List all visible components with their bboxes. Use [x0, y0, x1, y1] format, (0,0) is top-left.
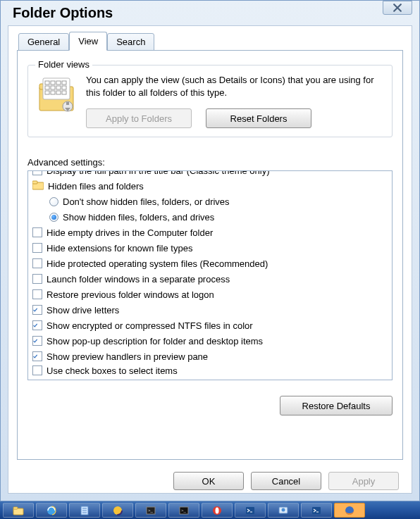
taskbar-item-opera[interactable]	[202, 503, 233, 518]
folder-views-row: You can apply the view (such as Details …	[37, 74, 383, 128]
ok-button[interactable]: OK	[173, 472, 244, 490]
checkbox-icon[interactable]	[32, 320, 42, 330]
opera-icon	[211, 505, 223, 516]
svg-rect-18	[32, 181, 37, 184]
list-item-label: Show drive letters	[47, 305, 119, 315]
apply-to-folders-button[interactable]: Apply to Folders	[86, 108, 192, 128]
rdp-icon	[278, 505, 289, 516]
list-item[interactable]: Launch folder windows in a separate proc…	[32, 271, 388, 287]
checkbox-icon[interactable]	[32, 170, 42, 175]
list-item-label: Display the full path in the title bar (…	[47, 170, 269, 176]
taskbar-item-powershell2[interactable]	[301, 503, 332, 518]
list-item-label: Show encrypted or compressed NTFS files …	[47, 320, 253, 331]
checkbox-icon[interactable]	[32, 274, 42, 284]
cancel-button[interactable]: Cancel	[251, 472, 321, 490]
restore-defaults-button[interactable]: Restore Defaults	[280, 396, 393, 415]
tab-label: View	[78, 36, 98, 46]
eclipse-icon	[112, 505, 123, 516]
list-item-label: Show hidden files, folders, and drives	[63, 212, 214, 223]
tab-search[interactable]: Search	[107, 33, 154, 52]
radio-icon[interactable]	[49, 197, 58, 206]
list-item-label: Launch folder windows in a separate proc…	[47, 274, 230, 284]
list-item[interactable]: Show encrypted or compressed NTFS files …	[32, 318, 388, 333]
folder-views-description: You can apply the view (such as Details …	[86, 74, 383, 99]
list-item-label: Show preview handlers in preview pane	[47, 351, 208, 362]
taskbar-item-terminal2[interactable]: >_	[168, 503, 199, 518]
dialog-buttons: OK Cancel Apply	[173, 472, 399, 490]
taskbar-item-terminal1[interactable]: >_	[135, 503, 166, 518]
taskbar-item-firefox[interactable]	[334, 503, 365, 518]
dialog-content: General View Search Folder views	[8, 25, 412, 494]
list-item-label: Show pop-up description for folder and d…	[47, 336, 263, 346]
checkbox-icon[interactable]	[32, 365, 42, 375]
list-item[interactable]: Use check boxes to select items	[32, 364, 388, 377]
svg-point-37	[282, 508, 285, 511]
checkbox-icon[interactable]	[32, 289, 42, 299]
close-icon	[393, 4, 402, 12]
taskbar-item-notepad[interactable]	[69, 503, 100, 518]
svg-text:>_: >_	[181, 508, 187, 513]
taskbar-item-explorer[interactable]	[3, 503, 34, 518]
list-item[interactable]: Restore previous folder windows at logon	[32, 287, 388, 302]
checkbox-icon[interactable]	[32, 258, 42, 268]
svg-text:>_: >_	[148, 508, 154, 513]
svg-point-34	[216, 507, 219, 513]
tab-panel-view: Folder views	[17, 50, 403, 460]
folder-views-buttons: Apply to Folders Reset Folders	[86, 108, 383, 128]
firefox-icon	[344, 505, 355, 516]
list-item[interactable]: Hide extensions for known file types	[32, 240, 388, 256]
tab-strip: General View Search	[18, 32, 403, 51]
taskbar-item-eclipse[interactable]	[102, 503, 133, 518]
list-item-label: Hide empty drives in the Computer folder	[47, 227, 213, 238]
list-item-label: Hide protected operating system files (R…	[47, 258, 268, 269]
checkbox-icon[interactable]	[32, 227, 42, 237]
list-item[interactable]: Hide empty drives in the Computer folder	[32, 225, 388, 240]
advanced-settings-label: Advanced settings:	[27, 157, 393, 168]
svg-rect-16	[66, 102, 69, 105]
taskbar: >_ >_	[0, 501, 420, 519]
list-item[interactable]: Don't show hidden files, folders, or dri…	[32, 194, 388, 209]
list-item[interactable]: Hidden files and folders	[32, 178, 388, 194]
list-item-label: Restore previous folder windows at logon	[47, 289, 214, 300]
tab-view[interactable]: View	[69, 32, 107, 51]
checkbox-icon[interactable]	[32, 243, 42, 253]
tab-general[interactable]: General	[18, 33, 69, 52]
list-item[interactable]: Show pop-up description for folder and d…	[32, 333, 388, 349]
list-item[interactable]: Show hidden files, folders, and drives	[32, 209, 388, 225]
folder-icon	[13, 505, 24, 516]
window-title: Folder Options	[8, 5, 113, 21]
powershell-icon	[311, 505, 322, 516]
folder-views-right: You can apply the view (such as Details …	[86, 74, 383, 128]
reset-folders-button[interactable]: Reset Folders	[206, 108, 311, 128]
taskbar-item-ie[interactable]	[36, 503, 67, 518]
list-item[interactable]: Hide protected operating system files (R…	[32, 256, 388, 271]
svg-rect-20	[13, 507, 18, 509]
notepad-icon	[79, 505, 90, 516]
group-title: Folder views	[35, 59, 92, 70]
folder-options-window: Folder Options General View Search Folde…	[0, 0, 420, 501]
restore-row: Restore Defaults	[27, 396, 393, 415]
taskbar-item-rdp[interactable]	[268, 503, 299, 518]
list-item-label: Hide extensions for known file types	[47, 243, 192, 254]
list-item[interactable]: Show drive letters	[32, 302, 388, 318]
checkbox-icon[interactable]	[32, 336, 42, 346]
apply-button[interactable]: Apply	[328, 472, 399, 490]
list-item[interactable]: Show preview handlers in preview pane	[32, 349, 388, 364]
radio-icon[interactable]	[49, 213, 58, 222]
folder-views-icon	[37, 75, 76, 115]
tab-label: Search	[116, 37, 145, 47]
list-item-label: Hidden files and folders	[48, 181, 144, 192]
list-item-label: Use check boxes to select items	[47, 365, 178, 376]
powershell-icon	[245, 505, 256, 516]
terminal-icon: >_	[178, 505, 190, 516]
list-item[interactable]: Display the full path in the title bar (…	[32, 170, 388, 178]
taskbar-item-powershell[interactable]	[235, 503, 266, 518]
close-button[interactable]	[383, 1, 412, 15]
list-item-label: Don't show hidden files, folders, or dri…	[63, 196, 230, 207]
terminal-icon: >_	[145, 505, 156, 516]
titlebar: Folder Options	[1, 1, 419, 25]
ie-icon	[46, 505, 57, 516]
checkbox-icon[interactable]	[32, 351, 42, 361]
advanced-settings-list[interactable]: Display the full path in the title bar (…	[27, 170, 393, 380]
checkbox-icon[interactable]	[32, 305, 42, 315]
